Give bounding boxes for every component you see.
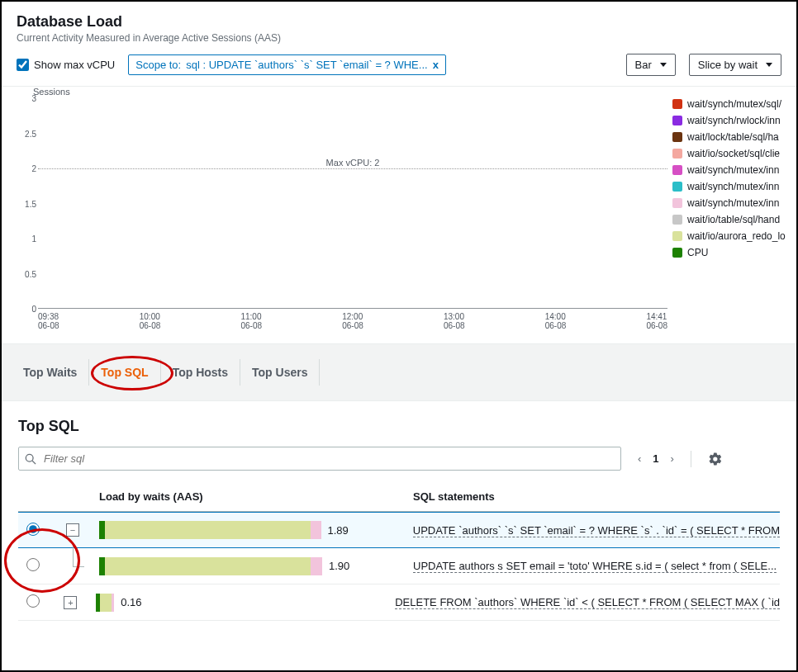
- chart-type-select[interactable]: Bar: [626, 54, 676, 76]
- legend-item[interactable]: wait/io/aurora_redo_lo: [672, 230, 796, 242]
- load-value: 1.89: [328, 524, 349, 537]
- legend-item[interactable]: CPU: [672, 247, 796, 258]
- db-load-chart: Sessions 00.511.522.53 Max vCPU: 2 09:38…: [18, 87, 672, 330]
- load-bar: [99, 557, 322, 575]
- sql-statement[interactable]: DELETE FROM `authors` WHERE `id` < ( SEL…: [395, 596, 780, 609]
- page-next-icon[interactable]: ›: [671, 452, 674, 465]
- slice-by-select[interactable]: Slice by wait: [689, 54, 781, 76]
- x-tick: 09:3806-08: [38, 312, 59, 330]
- load-value: 0.16: [121, 596, 141, 608]
- legend-item[interactable]: wait/synch/mutex/sql/: [672, 98, 796, 110]
- sql-statement[interactable]: UPDATE authors s SET email = 'toto' WHER…: [413, 560, 777, 573]
- load-value: 1.90: [329, 560, 349, 572]
- table-row[interactable]: +0.16DELETE FROM `authors` WHERE `id` < …: [18, 584, 780, 621]
- sql-statement[interactable]: UPDATE `authors` `s` SET `email` = ? WHE…: [413, 524, 780, 537]
- page-title: Database Load: [17, 13, 781, 31]
- show-max-vcpu-label: Show max vCPU: [34, 59, 115, 71]
- chart-type-label: Bar: [635, 59, 652, 71]
- caret-down-icon: [660, 63, 667, 67]
- legend-item[interactable]: wait/lock/table/sql/ha: [672, 131, 796, 143]
- x-tick: 13:0006-08: [444, 312, 465, 330]
- x-tick: 14:4106-08: [646, 312, 667, 330]
- legend-item[interactable]: wait/io/socket/sql/clie: [672, 148, 796, 159]
- legend-item[interactable]: wait/io/table/sql/hand: [672, 214, 796, 225]
- scope-filter-pill[interactable]: Scope to: sql : UPDATE `authors` `s` SET…: [128, 54, 446, 75]
- expand-icon[interactable]: +: [64, 596, 77, 609]
- x-tick: 12:0006-08: [342, 312, 363, 330]
- y-axis-label: Sessions: [33, 87, 672, 97]
- tree-connector: [73, 544, 84, 567]
- col-header-load: Load by waits (AAS): [99, 490, 413, 503]
- row-radio[interactable]: [26, 594, 40, 608]
- tab-top-sql[interactable]: Top SQL: [89, 359, 160, 386]
- tab-top-hosts[interactable]: Top Hosts: [161, 359, 240, 386]
- svg-line-1: [32, 461, 36, 464]
- search-icon: [25, 453, 36, 465]
- x-tick: 14:0006-08: [545, 312, 567, 330]
- legend-item[interactable]: wait/synch/mutex/inn: [672, 181, 796, 192]
- table-row[interactable]: −1.89UPDATE `authors` `s` SET `email` = …: [18, 512, 780, 548]
- collapse-icon[interactable]: −: [66, 523, 79, 537]
- page-subtitle: Current Activity Measured in Average Act…: [17, 32, 781, 44]
- table-row[interactable]: 1.90UPDATE authors s SET email = 'toto' …: [18, 548, 780, 584]
- chart-legend: wait/synch/mutex/sql/wait/synch/rwlock/i…: [672, 87, 796, 330]
- legend-item[interactable]: wait/synch/mutex/inn: [672, 197, 796, 209]
- legend-item[interactable]: wait/synch/rwlock/inn: [672, 115, 796, 126]
- tab-top-users[interactable]: Top Users: [240, 359, 320, 386]
- row-radio[interactable]: [26, 558, 40, 571]
- col-header-sql: SQL statements: [413, 490, 780, 503]
- scope-value: sql : UPDATE `authors` `s` SET `email` =…: [186, 59, 427, 71]
- load-bar: [96, 594, 115, 612]
- divider: [691, 451, 691, 467]
- show-max-vcpu-checkbox[interactable]: Show max vCPU: [17, 59, 115, 71]
- legend-item[interactable]: wait/synch/mutex/inn: [672, 164, 796, 176]
- load-bar: [99, 521, 321, 539]
- slice-by-label: Slice by wait: [698, 59, 758, 71]
- section-title-top-sql: Top SQL: [18, 418, 780, 435]
- scope-clear-icon[interactable]: x: [433, 59, 439, 71]
- scope-prefix: Scope to:: [135, 59, 181, 71]
- filter-sql-input[interactable]: [18, 447, 621, 471]
- settings-gear-icon[interactable]: [708, 452, 723, 466]
- tab-top-waits[interactable]: Top Waits: [12, 359, 89, 386]
- pagination: ‹ 1 ›: [638, 452, 674, 465]
- row-radio[interactable]: [26, 523, 40, 536]
- page-prev-icon[interactable]: ‹: [638, 452, 641, 465]
- caret-down-icon: [766, 63, 772, 67]
- svg-point-0: [26, 454, 33, 461]
- x-tick: 10:0006-08: [140, 312, 161, 330]
- x-tick: 11:0006-08: [240, 312, 262, 330]
- page-number: 1: [653, 452, 658, 465]
